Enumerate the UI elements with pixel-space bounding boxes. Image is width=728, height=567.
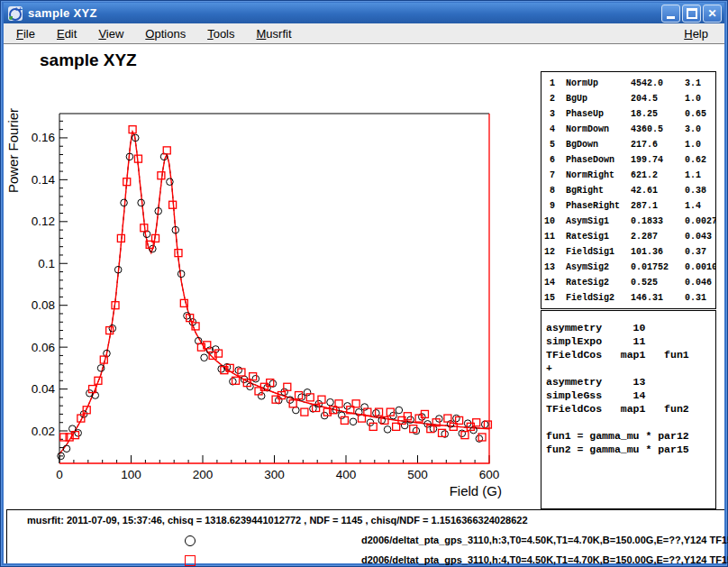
svg-text:0.08: 0.08 bbox=[32, 298, 55, 312]
legend-marker-square-icon bbox=[185, 555, 196, 566]
svg-text:0.12: 0.12 bbox=[32, 215, 55, 228]
svg-text:0.16: 0.16 bbox=[32, 131, 55, 144]
menu-item-options[interactable]: Options bbox=[136, 25, 195, 42]
legend-row: d2006/deltat_pta_gps_3110,h:3,T0=4.50K,T… bbox=[7, 534, 724, 548]
svg-text:500: 500 bbox=[407, 468, 428, 481]
svg-text:0.02: 0.02 bbox=[32, 425, 55, 438]
menu-item-musrfit[interactable]: Musrfit bbox=[248, 25, 301, 42]
root-logo-leaf bbox=[9, 16, 13, 20]
svg-text:Field (G): Field (G) bbox=[450, 483, 502, 498]
menu-item-help[interactable]: Help bbox=[675, 25, 717, 42]
svg-text:Power Fourier: Power Fourier bbox=[5, 108, 21, 193]
svg-text:0.04: 0.04 bbox=[32, 382, 56, 396]
legend-marker-circle-icon bbox=[185, 535, 196, 546]
svg-text:200: 200 bbox=[193, 468, 214, 481]
close-icon: ✕ bbox=[707, 8, 716, 19]
maximize-icon bbox=[687, 8, 697, 19]
menu-item-file[interactable]: File bbox=[7, 25, 44, 42]
musrfit-status: musrfit: 2011-07-09, 15:37:46, chisq = 1… bbox=[27, 515, 528, 526]
svg-text:400: 400 bbox=[336, 468, 357, 481]
status-legend-box: musrfit: 2011-07-09, 15:37:46, chisq = 1… bbox=[6, 509, 724, 563]
window-controls: ✕ bbox=[661, 5, 722, 23]
theory-text: asymmetry 10 simplExpo 11 TFieldCos map1… bbox=[546, 321, 715, 456]
canvas-area: sample XYZ 0.020.040.060.080.10.120.140.… bbox=[4, 44, 724, 563]
root-logo-icon: ++ bbox=[8, 6, 23, 21]
legend-label-h4: d2006/deltat_pta_gps_3110,h:4,T0=4.50K,T… bbox=[361, 554, 728, 565]
fit-parameters-box: 1 NormUp 4542.0 3.1 2 BgUp 204.5 1.0 3 P… bbox=[541, 71, 716, 309]
window-title: sample XYZ bbox=[28, 6, 661, 20]
svg-text:0.06: 0.06 bbox=[32, 341, 55, 354]
app-window: ++ sample XYZ ✕ File Edit View Options T… bbox=[0, 0, 728, 567]
maximize-button[interactable] bbox=[682, 5, 701, 23]
minimize-button[interactable] bbox=[661, 5, 680, 23]
svg-text:0.14: 0.14 bbox=[32, 173, 56, 187]
svg-text:0: 0 bbox=[56, 468, 63, 481]
svg-text:0.1: 0.1 bbox=[38, 257, 55, 270]
root-logo-plusplus: ++ bbox=[14, 5, 23, 14]
menu-item-tools[interactable]: Tools bbox=[198, 25, 243, 42]
legend-row: d2006/deltat_pta_gps_3110,h:4,T0=4.50K,T… bbox=[7, 553, 724, 567]
menu-item-view[interactable]: View bbox=[89, 25, 132, 42]
chart: 0.020.040.060.080.10.120.140.16010020030… bbox=[4, 44, 544, 506]
svg-text:600: 600 bbox=[479, 468, 500, 481]
close-button[interactable]: ✕ bbox=[703, 5, 722, 23]
titlebar[interactable]: ++ sample XYZ ✕ bbox=[4, 3, 724, 23]
theory-box: asymmetry 10 simplExpo 11 TFieldCos map1… bbox=[541, 310, 716, 509]
menu-item-edit[interactable]: Edit bbox=[48, 25, 86, 42]
svg-text:300: 300 bbox=[264, 468, 285, 481]
menubar: File Edit View Options Tools Musrfit Hel… bbox=[4, 23, 724, 44]
legend-label-h3: d2006/deltat_pta_gps_3110,h:3,T0=4.50K,T… bbox=[361, 535, 728, 545]
svg-text:100: 100 bbox=[121, 468, 141, 481]
minimize-icon bbox=[667, 16, 675, 19]
fit-parameters-text: 1 NormUp 4542.0 3.1 2 BgUp 204.5 1.0 3 P… bbox=[544, 76, 715, 306]
